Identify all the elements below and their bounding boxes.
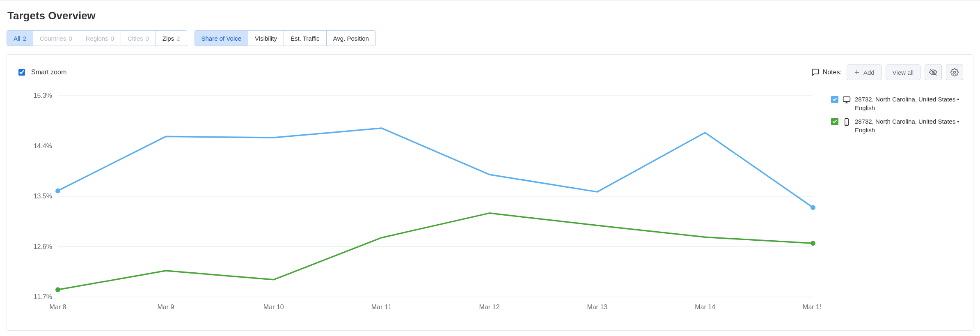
x-tick-label: Mar 13 — [587, 304, 607, 311]
filter-countries-label: Countries — [40, 35, 66, 42]
targets-overview-section: Targets Overview All 2 Countries 0 Regio… — [0, 0, 980, 336]
filter-cities-label: Cities — [128, 35, 143, 42]
plus-icon — [854, 69, 860, 76]
metric-pos-label: Avg. Position — [333, 35, 369, 42]
series-line-0 — [58, 128, 813, 207]
svg-rect-10 — [843, 97, 850, 102]
gear-icon — [950, 68, 959, 76]
desktop-icon — [843, 96, 851, 105]
filter-regions-label: Regions — [86, 35, 108, 42]
metric-segment: Share of Voice Visibility Est. Traffic A… — [195, 30, 376, 46]
filter-countries-count: 0 — [69, 35, 72, 42]
legend-label-a: 28732, North Carolina, United States • E… — [855, 95, 963, 112]
filter-zips-label: Zips — [163, 35, 174, 42]
legend-item-series-a[interactable]: 28732, North Carolina, United States • E… — [831, 95, 963, 112]
metric-traffic-label: Est. Traffic — [291, 35, 320, 42]
x-tick-label: Mar 14 — [695, 304, 715, 311]
metric-vis-label: Visibility — [255, 35, 277, 42]
add-note-label: Add — [863, 69, 875, 76]
series-line-1 — [58, 213, 813, 290]
chart-panel: Smart zoom Notes: Add View all — [7, 54, 973, 331]
y-tick-label: 14.4% — [34, 143, 52, 150]
panel-header: Smart zoom Notes: Add View all — [17, 64, 963, 80]
filter-regions[interactable]: Regions 0 — [79, 31, 121, 46]
eye-off-icon — [929, 68, 937, 76]
view-all-label: View all — [893, 69, 914, 76]
filter-regions-count: 0 — [111, 35, 114, 42]
metric-avg-position[interactable]: Avg. Position — [327, 31, 376, 46]
svg-rect-13 — [845, 119, 848, 126]
view-all-notes-button[interactable]: View all — [886, 64, 920, 80]
notes-icon — [811, 68, 820, 76]
legend-item-series-b[interactable]: 28732, North Carolina, United States • E… — [831, 117, 963, 134]
filter-all-label: All — [14, 35, 21, 42]
toolbar: All 2 Countries 0 Regions 0 Cities 0 Zip… — [7, 30, 973, 46]
chart-settings-button[interactable] — [946, 64, 963, 80]
x-tick-label: Mar 11 — [371, 304, 392, 311]
notes-label-wrap: Notes: — [811, 68, 842, 76]
x-tick-label: Mar 15 — [803, 304, 821, 311]
smart-zoom-label: Smart zoom — [31, 69, 66, 76]
series-point — [55, 188, 60, 193]
series-point — [811, 241, 815, 246]
filter-all-count: 2 — [23, 35, 26, 42]
filter-cities-count: 0 — [145, 35, 149, 42]
line-chart[interactable]: 15.3%14.4%13.5%12.6%11.7%Mar 8Mar 9Mar 1… — [17, 83, 821, 319]
metric-visibility[interactable]: Visibility — [248, 31, 284, 46]
legend-check-b[interactable] — [831, 118, 838, 125]
hide-notes-button[interactable] — [925, 64, 942, 80]
y-tick-label: 11.7% — [34, 293, 52, 300]
mobile-icon — [843, 118, 851, 127]
filter-zips[interactable]: Zips 2 — [156, 31, 187, 46]
page-title: Targets Overview — [7, 9, 973, 22]
panel-actions: Notes: Add View all — [811, 64, 963, 80]
targets-type-segment: All 2 Countries 0 Regions 0 Cities 0 Zip… — [7, 30, 187, 46]
metric-share-of-voice[interactable]: Share of Voice — [195, 31, 249, 46]
metric-sov-label: Share of Voice — [201, 35, 242, 42]
x-tick-label: Mar 9 — [157, 304, 174, 311]
notes-label-text: Notes: — [823, 69, 842, 76]
add-note-button[interactable]: Add — [847, 64, 882, 80]
x-tick-label: Mar 8 — [50, 304, 66, 311]
chart-svg: 15.3%14.4%13.5%12.6%11.7%Mar 8Mar 9Mar 1… — [17, 83, 821, 318]
filter-countries[interactable]: Countries 0 — [33, 31, 79, 46]
chart-wrap: 15.3%14.4%13.5%12.6%11.7%Mar 8Mar 9Mar 1… — [17, 83, 963, 319]
filter-all[interactable]: All 2 — [7, 31, 33, 46]
x-tick-label: Mar 10 — [263, 304, 284, 311]
y-tick-label: 13.5% — [34, 193, 52, 200]
legend-label-b: 28732, North Carolina, United States • E… — [855, 117, 963, 134]
filter-cities[interactable]: Cities 0 — [121, 31, 156, 46]
smart-zoom-checkbox[interactable] — [18, 69, 25, 76]
chart-legend: 28732, North Carolina, United States • E… — [821, 83, 963, 319]
x-tick-label: Mar 12 — [479, 304, 500, 311]
y-tick-label: 12.6% — [34, 243, 52, 250]
smart-zoom-toggle[interactable]: Smart zoom — [17, 68, 66, 77]
svg-point-4 — [954, 71, 956, 74]
legend-check-a[interactable] — [831, 96, 838, 103]
metric-est-traffic[interactable]: Est. Traffic — [284, 31, 327, 46]
filter-zips-count: 2 — [176, 35, 180, 42]
y-tick-label: 15.3% — [34, 92, 52, 99]
series-point — [811, 205, 815, 210]
series-point — [55, 287, 60, 292]
